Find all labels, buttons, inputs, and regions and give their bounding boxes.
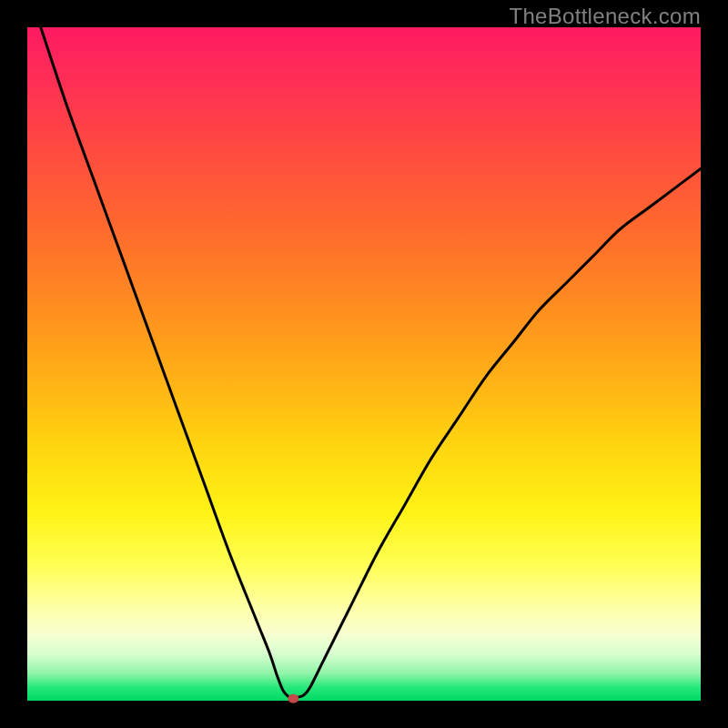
min-marker xyxy=(288,694,298,703)
watermark-text: TheBottleneck.com xyxy=(509,4,701,29)
chart-frame: TheBottleneck.com xyxy=(0,0,728,728)
bottleneck-curve xyxy=(41,27,701,698)
plot-area xyxy=(27,27,701,701)
chart-svg xyxy=(27,27,701,701)
